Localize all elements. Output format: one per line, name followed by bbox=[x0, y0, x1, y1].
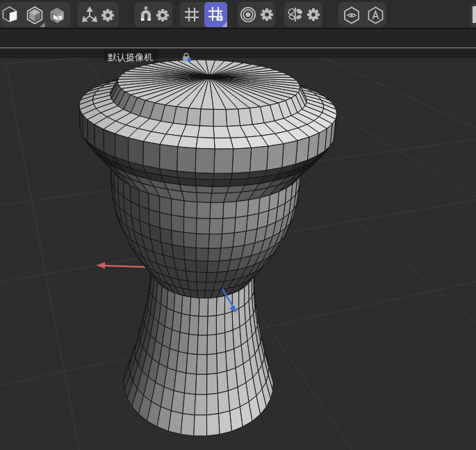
svg-text:默认摄像机: 默认摄像机 bbox=[108, 52, 153, 63]
